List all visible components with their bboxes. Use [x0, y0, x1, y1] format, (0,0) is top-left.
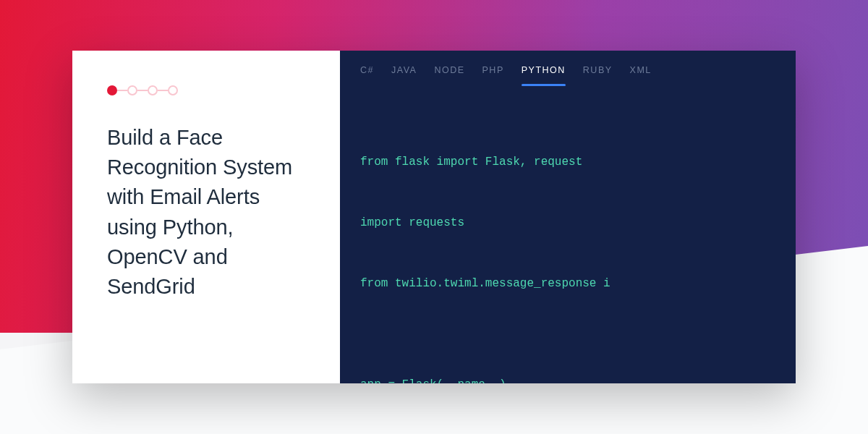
- tab-python[interactable]: PYTHON: [522, 65, 566, 85]
- code-panel: C# JAVA NODE PHP PYTHON RUBY XML from fl…: [340, 51, 796, 383]
- code-line: import requests: [360, 213, 775, 233]
- page-title: Build a Face Recognition System with Ema…: [107, 123, 311, 302]
- step-connector: [158, 90, 168, 91]
- step-connector: [117, 90, 127, 91]
- step-connector: [137, 90, 148, 91]
- tab-ruby[interactable]: RUBY: [583, 65, 613, 85]
- tab-csharp[interactable]: C#: [360, 65, 374, 85]
- tab-php[interactable]: PHP: [482, 65, 504, 85]
- code-line: from flask import Flask, request: [360, 152, 775, 172]
- tab-node[interactable]: NODE: [434, 65, 464, 85]
- stepper: [107, 85, 311, 95]
- step-dot-2[interactable]: [127, 85, 137, 95]
- language-tabs: C# JAVA NODE PHP PYTHON RUBY XML: [340, 51, 796, 85]
- step-dot-1[interactable]: [107, 85, 117, 95]
- tab-xml[interactable]: XML: [630, 65, 652, 85]
- step-dot-3[interactable]: [148, 85, 158, 95]
- step-dot-4[interactable]: [168, 85, 178, 95]
- code-line: app = Flask(__name__): [360, 375, 775, 383]
- tutorial-card: Build a Face Recognition System with Ema…: [72, 51, 796, 383]
- code-editor: from flask import Flask, request import …: [340, 85, 796, 383]
- tab-java[interactable]: JAVA: [391, 65, 417, 85]
- code-line: from twilio.twiml.message_response i: [360, 273, 775, 294]
- card-left-panel: Build a Face Recognition System with Ema…: [72, 51, 340, 383]
